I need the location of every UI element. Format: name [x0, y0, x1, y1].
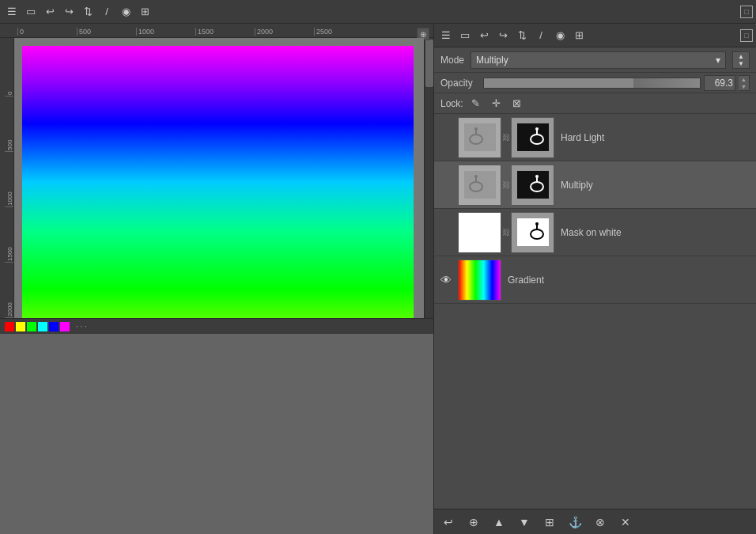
- zoom-icon[interactable]: ⊕: [417, 28, 429, 38]
- layer-item-hard-light[interactable]: ⛓ Hard Light: [434, 114, 756, 161]
- anchor-layer-icon[interactable]: ⚓: [564, 513, 586, 532]
- opacity-label: Opacity: [440, 78, 480, 89]
- opacity-slider[interactable]: [483, 78, 701, 89]
- chain-icon-mask: ⛓: [503, 212, 509, 253]
- svg-rect-8: [464, 171, 496, 199]
- brush-icon[interactable]: /: [98, 3, 115, 21]
- window-icon[interactable]: ▭: [22, 3, 40, 21]
- opacity-spinner[interactable]: ▲ ▼: [739, 75, 750, 91]
- mode-row: Mode Multiply ▾ ▲ ▼: [434, 47, 756, 73]
- svg-rect-16: [517, 218, 549, 246]
- canvas-image: [22, 46, 414, 318]
- ruler-marks-top: 0 500 1000 1500 2000 2500: [17, 28, 373, 36]
- lock-row: Lock: ✎ ✛ ⊠: [434, 93, 756, 114]
- thumb-mask-mask-on-white: [517, 218, 549, 246]
- lock-pixel-icon[interactable]: ✎: [468, 97, 484, 111]
- panel-restore-icon[interactable]: □: [740, 29, 753, 42]
- delete-layer-icon[interactable]: ✕: [614, 513, 637, 532]
- panel-undo-icon[interactable]: ↩: [475, 27, 493, 44]
- move-layer-down-icon[interactable]: ▼: [513, 513, 535, 532]
- status-dots: · · ·: [76, 322, 87, 331]
- layer-item-gradient[interactable]: 👁 Gradient: [434, 256, 756, 304]
- ruler-left-mark: 0: [5, 41, 13, 97]
- thumb-image-multiply: [464, 171, 496, 199]
- swap-icon[interactable]: ⇅: [79, 3, 96, 21]
- layer-visibility-mask-on-white[interactable]: [437, 224, 455, 241]
- layer-item-multiply[interactable]: ⛓ Multiply: [434, 161, 756, 209]
- ruler-top: 0 500 1000 1500 2000 2500 ⊕: [0, 24, 433, 38]
- panel-toolbar: ☰ ▭ ↩ ↪ ⇅ / ◉ ⊞ □: [434, 24, 756, 47]
- canvas-area: 0 500 1000 1500 2000 2500 ⊕ 0 500 1000 1…: [0, 24, 433, 534]
- color-cyan: [38, 322, 47, 331]
- layer-visibility-gradient[interactable]: 👁: [437, 271, 455, 289]
- layer-name-mask-on-white: Mask on white: [558, 227, 622, 238]
- thumb-mask-hard-light: [517, 123, 549, 151]
- mode-arrows[interactable]: ▲ ▼: [732, 51, 750, 69]
- svg-point-7: [535, 127, 539, 131]
- color-red: [5, 322, 14, 331]
- canvas-row: 0 500 1000 1500 2000: [0, 38, 433, 318]
- arrow-up-icon: ▲: [738, 53, 744, 60]
- layer-thumbs-hard-light: ⛓: [458, 117, 554, 158]
- arrow-down-icon: ▼: [738, 60, 744, 67]
- color-yellow: [16, 322, 25, 331]
- scrollbar-vertical[interactable]: [424, 38, 433, 318]
- spin-up-icon[interactable]: ▲: [739, 76, 749, 83]
- panel-redo-icon[interactable]: ↪: [494, 27, 512, 44]
- panel-window-icon[interactable]: ▭: [456, 27, 474, 44]
- canvas-viewport[interactable]: [14, 38, 424, 318]
- ruler-left-mark: 1500: [5, 207, 13, 263]
- panel-swap-icon[interactable]: ⇅: [513, 27, 531, 44]
- panel-menu-icon[interactable]: ☰: [437, 27, 455, 44]
- mode-dropdown[interactable]: Multiply ▾: [471, 51, 726, 69]
- layer-visibility-hard-light[interactable]: [437, 129, 455, 146]
- layer-name-hard-light: Hard Light: [558, 132, 604, 143]
- layer-visibility-multiply[interactable]: [437, 176, 455, 194]
- lock-label: Lock:: [440, 98, 463, 109]
- spin-down-icon[interactable]: ▼: [739, 83, 749, 90]
- restore-icon[interactable]: □: [740, 6, 753, 18]
- bottom-status: · · ·: [0, 318, 433, 334]
- layer-name-multiply: Multiply: [558, 180, 593, 191]
- scrollbar-thumb-v[interactable]: [425, 40, 433, 87]
- ruler-left-marks: 0 500 1000 1500 2000: [5, 38, 13, 318]
- panel-brush-icon[interactable]: /: [532, 27, 550, 44]
- target-icon[interactable]: ◉: [117, 3, 134, 21]
- layer-thumbs-multiply: ⛓: [458, 165, 554, 206]
- dropdown-arrow-icon: ▾: [716, 55, 720, 66]
- svg-point-3: [474, 127, 478, 131]
- layer-name-gradient: Gradient: [505, 275, 544, 286]
- layer-item-mask-on-white[interactable]: ⛓ Mask on white: [434, 209, 756, 256]
- move-layer-up-icon[interactable]: ▲: [488, 513, 510, 532]
- panel-bottom-toolbar: ↩ ⊕ ▲ ▼ ⊞ ⚓ ⊗ ✕: [434, 509, 756, 534]
- lock-move-icon[interactable]: ✛: [489, 97, 505, 111]
- ruler-left-mark: 500: [5, 97, 13, 152]
- layer-main-thumb-multiply: [458, 165, 501, 206]
- redo-icon[interactable]: ↪: [60, 3, 77, 21]
- color-blue: [49, 322, 59, 331]
- menu-icon[interactable]: ☰: [3, 3, 21, 21]
- panel-grid-icon[interactable]: ⊞: [570, 27, 588, 44]
- mode-label: Mode: [440, 55, 464, 66]
- ruler-mark: 2000: [255, 28, 314, 36]
- layer-main-thumb-mask-on-white: [458, 212, 501, 253]
- panel-target-icon[interactable]: ◉: [551, 27, 569, 44]
- layer-mask-thumb-multiply: [511, 165, 554, 206]
- layer-mask-thumb-hard-light: [511, 117, 554, 158]
- new-layer-from-visible-icon[interactable]: ↩: [437, 513, 459, 532]
- toolbar-right: □: [740, 6, 753, 18]
- color-green: [27, 322, 36, 331]
- create-layer-group-icon[interactable]: ⊕: [463, 513, 485, 532]
- ruler-mark: 500: [77, 28, 136, 36]
- grid-icon[interactable]: ⊞: [136, 3, 153, 21]
- undo-icon[interactable]: ↩: [41, 3, 59, 21]
- opacity-value[interactable]: 69.3: [704, 75, 735, 91]
- ruler-left-mark: 2000: [5, 263, 13, 318]
- chain-icon-multiply: ⛓: [503, 165, 509, 206]
- right-panel: ☰ ▭ ↩ ↪ ⇅ / ◉ ⊞ □ Mode Multiply ▾ ▲ ▼: [433, 24, 756, 534]
- duplicate-layer-icon[interactable]: ⊞: [539, 513, 561, 532]
- ruler-mark: 1000: [136, 28, 195, 36]
- lock-all-icon[interactable]: ⊠: [509, 97, 525, 111]
- merge-layer-icon[interactable]: ⊗: [589, 513, 611, 532]
- canvas-with-ruler: 0 500 1000 1500 2000 2500 ⊕ 0 500 1000 1…: [0, 24, 433, 318]
